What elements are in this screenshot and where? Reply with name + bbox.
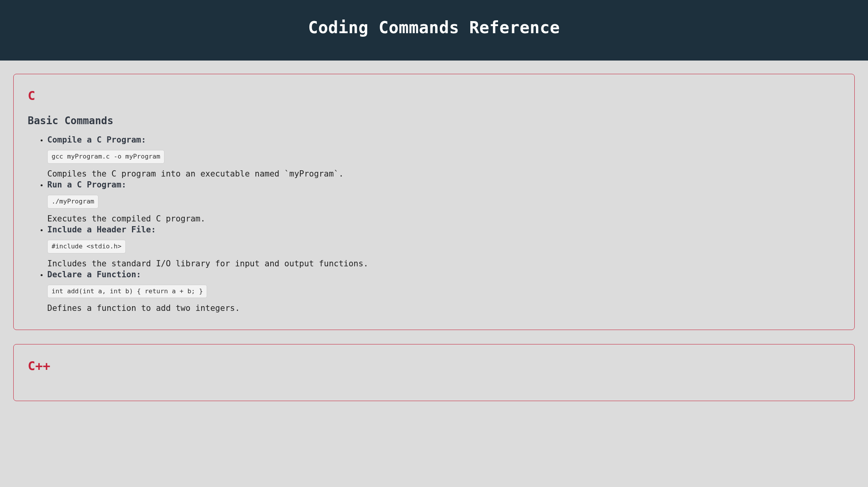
section-c-title: C (28, 88, 840, 103)
list-item: Declare a Function: int add(int a, int b… (47, 269, 840, 314)
page-title: Coding Commands Reference (8, 18, 860, 37)
list-item: Include a Header File: #include <stdio.h… (47, 224, 840, 269)
section-c-subhead: Basic Commands (28, 115, 840, 127)
item-desc: Defines a function to add two integers. (47, 303, 240, 313)
code-block: ./myProgram (47, 195, 98, 208)
item-desc: Compiles the C program into an executabl… (47, 169, 344, 178)
code-block: int add(int a, int b) { return a + b; } (47, 285, 207, 298)
code-block: #include <stdio.h> (47, 240, 126, 253)
section-c-list: Compile a C Program: gcc myProgram.c -o … (28, 134, 840, 314)
section-c: C Basic Commands Compile a C Program: gc… (13, 74, 855, 330)
item-desc: Executes the compiled C program. (47, 214, 205, 223)
item-title: Include a Header File: (47, 225, 156, 234)
item-title: Run a C Program: (47, 180, 126, 189)
section-cpp: C++ (13, 344, 855, 401)
code-block: gcc myProgram.c -o myProgram (47, 150, 164, 163)
content: C Basic Commands Compile a C Program: gc… (0, 61, 868, 428)
page-header: Coding Commands Reference (0, 0, 868, 61)
item-desc: Includes the standard I/O library for in… (47, 259, 368, 268)
list-item: Run a C Program: ./myProgram Executes th… (47, 179, 840, 224)
item-title: Compile a C Program: (47, 135, 146, 144)
list-item: Compile a C Program: gcc myProgram.c -o … (47, 134, 840, 179)
item-title: Declare a Function: (47, 270, 141, 279)
section-cpp-title: C++ (28, 359, 840, 373)
